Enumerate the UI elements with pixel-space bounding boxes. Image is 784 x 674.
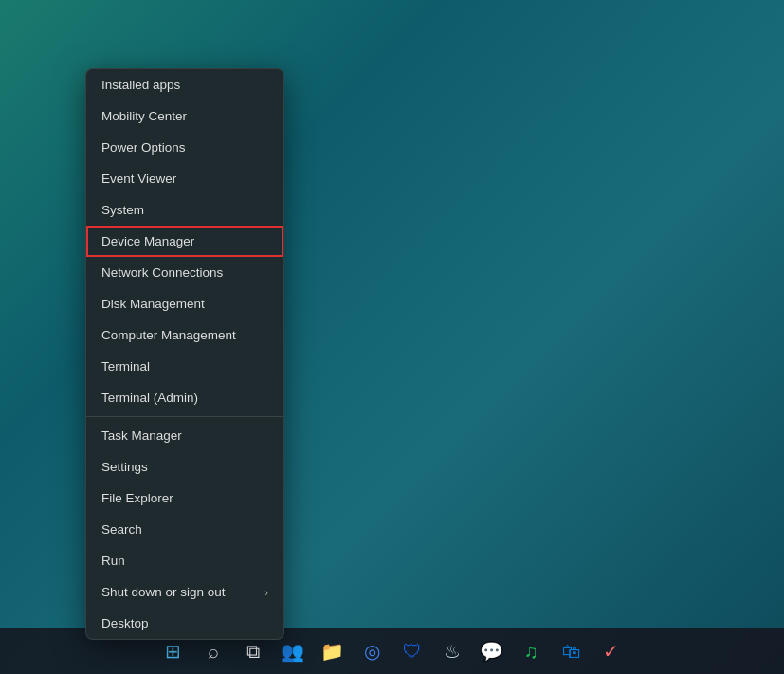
menu-item-label: Search — [101, 522, 142, 537]
menu-item-event-viewer[interactable]: Event Viewer — [86, 163, 283, 194]
menu-item-terminal-admin[interactable]: Terminal (Admin) — [86, 382, 283, 413]
taskbar-icon-discord[interactable]: 💬 — [473, 632, 511, 670]
submenu-arrow-icon: › — [264, 587, 268, 598]
menu-item-desktop[interactable]: Desktop — [86, 608, 283, 639]
menu-item-label: Shut down or sign out — [101, 585, 226, 599]
menu-item-label: Desktop — [101, 616, 149, 630]
taskbar-icon-file-explorer[interactable]: 📁 — [314, 632, 352, 670]
menu-item-settings[interactable]: Settings — [86, 451, 283, 483]
menu-divider — [86, 416, 283, 417]
menu-group-top: Installed appsMobility CenterPower Optio… — [86, 69, 283, 413]
menu-item-mobility-center[interactable]: Mobility Center — [86, 100, 283, 132]
menu-item-label: File Explorer — [101, 491, 173, 505]
menu-group-bottom: Task ManagerSettingsFile ExplorerSearchR… — [86, 420, 283, 639]
menu-item-computer-management[interactable]: Computer Management — [86, 319, 283, 351]
taskbar-icon-spotify[interactable]: ♫ — [513, 632, 551, 670]
menu-item-label: Run — [101, 554, 125, 568]
menu-item-label: Settings — [101, 460, 148, 474]
context-menu: Installed appsMobility CenterPower Optio… — [85, 68, 284, 640]
taskbar-icon-store[interactable]: 🛍 — [553, 632, 591, 670]
menu-item-network-connections[interactable]: Network Connections — [86, 257, 283, 288]
menu-item-disk-management[interactable]: Disk Management — [86, 288, 283, 319]
menu-item-terminal[interactable]: Terminal — [86, 351, 283, 382]
menu-item-device-manager[interactable]: Device Manager — [86, 226, 283, 257]
menu-item-run[interactable]: Run — [86, 545, 283, 576]
menu-item-system[interactable]: System — [86, 194, 283, 226]
menu-item-task-manager[interactable]: Task Manager — [86, 420, 283, 451]
menu-item-label: Task Manager — [101, 428, 182, 443]
menu-item-installed-apps[interactable]: Installed apps — [86, 69, 283, 100]
taskbar-icon-bitwarden[interactable]: 🛡 — [393, 632, 431, 670]
menu-item-search[interactable]: Search — [86, 514, 283, 545]
menu-item-file-explorer[interactable]: File Explorer — [86, 483, 283, 514]
taskbar-icon-todo[interactable]: ✓ — [593, 632, 630, 670]
menu-item-shut-down[interactable]: Shut down or sign out› — [86, 576, 283, 608]
menu-item-power-options[interactable]: Power Options — [86, 132, 283, 163]
taskbar-icon-chrome[interactable]: ◎ — [354, 632, 392, 670]
taskbar-icon-steam[interactable]: ♨ — [433, 632, 471, 670]
